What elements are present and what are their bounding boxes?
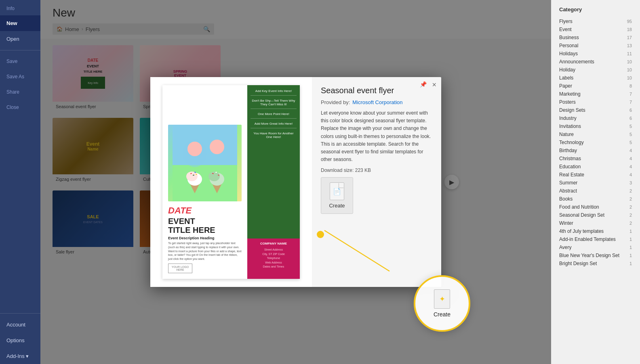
category-name: Nature [559, 132, 574, 137]
modal-template-title: Seasonal event flyer [321, 86, 432, 95]
category-name: Christmas [559, 156, 581, 161]
flyer-right-col: Add Key Event Info Here! Don't Be Shy—Te… [247, 85, 300, 279]
category-item-business[interactable]: Business17 [559, 33, 632, 42]
modal-body: DATE EVENT TITLE HERE Event Description … [150, 77, 441, 287]
flyer-key-info: Add Key Event Info Here! Don't Be Shy—Te… [247, 85, 300, 238]
svg-point-17 [210, 140, 224, 154]
sidebar-item-save[interactable]: Save [0, 54, 40, 69]
category-item-nature[interactable]: Nature5 [559, 130, 632, 138]
modal-pin-button[interactable]: 📌 [420, 81, 427, 88]
category-count: 4 [629, 164, 632, 169]
category-item-add-in-enabled-templates[interactable]: Add-in Enabled Templates1 [559, 235, 632, 243]
category-item-avery[interactable]: Avery1 [559, 243, 632, 251]
svg-point-5 [186, 172, 198, 181]
callout-star-icon: ✦ [439, 295, 445, 303]
category-name: 4th of July templates [559, 228, 604, 234]
category-count: 1 [629, 261, 632, 266]
category-name: Summer [559, 180, 577, 186]
category-name: Design Sets [559, 107, 585, 113]
category-name: Holidays [559, 51, 578, 56]
category-name: Business [559, 35, 579, 40]
flyer-key-item-5: You Have Room for Another One Here! [251, 132, 297, 141]
category-item-books[interactable]: Books2 [559, 195, 632, 203]
flyer-date: DATE [168, 205, 242, 216]
sidebar-item-account[interactable]: Account [0, 317, 40, 333]
flyer-logo: YOUR LOGO HERE [168, 264, 192, 273]
category-name: Avery [559, 245, 571, 250]
sidebar-item-options[interactable]: Options [0, 333, 40, 348]
category-count: 7 [629, 92, 632, 96]
category-count: 2 [629, 197, 632, 201]
category-item-industry[interactable]: Industry6 [559, 114, 632, 122]
category-panel: Category Flyers95Event18Business17Person… [551, 0, 640, 364]
category-name: Bright Design Set [559, 261, 597, 266]
sidebar-item-open[interactable]: Open [0, 31, 40, 47]
category-item-announcements[interactable]: Announcements10 [559, 58, 632, 66]
category-item-posters[interactable]: Posters7 [559, 98, 632, 106]
modal-provider-label: Provided by: [321, 99, 350, 105]
sidebar-info-label: Info [0, 2, 40, 15]
category-count: 5 [629, 132, 632, 137]
category-name: Posters [559, 99, 576, 105]
category-count: 2 [629, 205, 632, 209]
sidebar-item-close[interactable]: Close [0, 100, 40, 115]
sidebar-item-share[interactable]: Share [0, 84, 40, 100]
modal-preview: DATE EVENT TITLE HERE Event Description … [150, 77, 312, 287]
category-item-technology[interactable]: Technology5 [559, 138, 632, 146]
modal-close-button[interactable]: × [432, 81, 436, 88]
ice-cream-illustration [173, 125, 237, 201]
svg-point-16 [187, 142, 202, 156]
category-name: Technology [559, 140, 584, 145]
modal-backdrop[interactable]: × 📌 [40, 0, 551, 364]
category-count: 10 [627, 67, 632, 72]
category-item-summer[interactable]: Summer3 [559, 179, 632, 187]
create-doc-icon: 📄 [330, 182, 344, 200]
category-item-design-sets[interactable]: Design Sets6 [559, 106, 632, 114]
category-item-bright-design-set[interactable]: Bright Design Set1 [559, 259, 632, 268]
category-count: 18 [627, 27, 632, 32]
category-item-holiday[interactable]: Holiday10 [559, 66, 632, 74]
category-item-christmas[interactable]: Christmas4 [559, 155, 632, 163]
category-item-holidays[interactable]: Holidays11 [559, 50, 632, 58]
callout-create-label: Create [434, 311, 451, 318]
category-item-blue-new-year's-design-set[interactable]: Blue New Year's Design Set1 [559, 251, 632, 259]
flyer-event-title: EVENT TITLE HERE [168, 217, 242, 234]
modal-description: Let everyone know about your summer even… [321, 109, 432, 163]
category-item-real-estate[interactable]: Real Estate4 [559, 171, 632, 179]
category-item-winter[interactable]: Winter2 [559, 219, 632, 227]
category-count: 1 [629, 245, 632, 250]
sidebar-item-new[interactable]: New [0, 15, 40, 31]
modal-create-button[interactable]: 📄 Create [321, 177, 353, 214]
category-item-event[interactable]: Event18 [559, 25, 632, 33]
sidebar-item-add-ins[interactable]: Add-Ins ▾ [0, 348, 40, 364]
category-item-seasonal-design-set[interactable]: Seasonal Design Set2 [559, 211, 632, 219]
category-item-food-and-nutrition[interactable]: Food and Nutrition2 [559, 203, 632, 211]
flyer-contact-info: COMPANY NAME Street AddressCity, ST ZIP … [247, 238, 300, 279]
category-name: Abstract [559, 188, 577, 194]
flyer-desc: To get started right away, just tap any … [168, 241, 242, 261]
category-count: 5 [629, 124, 632, 129]
category-item-birthday[interactable]: Birthday4 [559, 146, 632, 155]
category-item-flyers[interactable]: Flyers95 [559, 17, 632, 25]
sidebar-item-save-as[interactable]: Save As [0, 69, 40, 84]
category-name: Industry [559, 115, 577, 121]
category-item-paper[interactable]: Paper8 [559, 82, 632, 90]
category-name: Add-in Enabled Templates [559, 236, 616, 242]
category-item-invitations[interactable]: Invitations5 [559, 122, 632, 130]
category-item-marketing[interactable]: Marketing7 [559, 90, 632, 98]
category-item-personal[interactable]: Personal13 [559, 42, 632, 50]
category-item-4th-of-july-templates[interactable]: 4th of July templates1 [559, 227, 632, 235]
category-count: 2 [629, 221, 632, 226]
category-count: 7 [629, 100, 632, 105]
category-item-abstract[interactable]: Abstract2 [559, 187, 632, 195]
category-name: Event [559, 27, 572, 32]
category-item-labels[interactable]: Labels10 [559, 74, 632, 82]
category-name: Blue New Year's Design Set [559, 253, 619, 258]
category-name: Food and Nutrition [559, 204, 599, 210]
modal-dialog: × 📌 [150, 77, 441, 287]
main-content: New 🏠 Home › Flyers 🔍 DATE EVENT TITLE H… [40, 0, 551, 364]
category-item-education[interactable]: Education4 [559, 163, 632, 171]
flyer-company-name: COMPANY NAME [251, 242, 297, 245]
modal-provider-link[interactable]: Microsoft Corporation [352, 99, 402, 105]
category-count: 2 [629, 188, 632, 193]
